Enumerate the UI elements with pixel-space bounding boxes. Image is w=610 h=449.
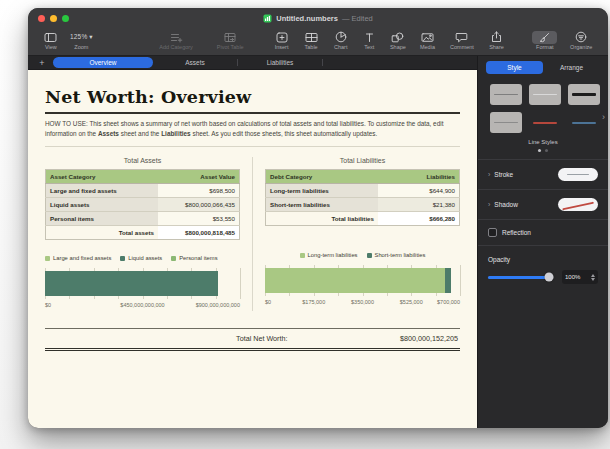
axis-tick-label: $900,000,000,000: [196, 302, 240, 308]
stroke-label: Stroke: [494, 171, 513, 178]
assets-header-category[interactable]: Asset Category: [46, 170, 159, 184]
assets-row-label[interactable]: Large and fixed assets: [46, 184, 159, 198]
assets-header-value[interactable]: Asset Value: [158, 170, 239, 184]
liabilities-table-title: Total Liabilities: [265, 157, 460, 164]
opacity-slider-thumb[interactable]: [544, 273, 553, 282]
insert-icon: [276, 30, 288, 44]
format-inspector: Style Arrange › Line Styles › Stroke: [477, 56, 608, 428]
assets-chart[interactable]: Large and fixed assets Liquid assets Per…: [45, 255, 240, 311]
tab-overview[interactable]: Overview: [53, 57, 153, 68]
net-worth-summary[interactable]: Total Net Worth: $800,000,152,205: [45, 328, 460, 351]
bar-long-term-liabilities[interactable]: [265, 268, 445, 293]
net-worth-label: Total Net Worth:: [236, 334, 287, 343]
legend-label: Long-term liabilities: [308, 252, 358, 258]
opacity-value-field[interactable]: 100%: [562, 270, 598, 284]
line-style-preset[interactable]: [490, 84, 522, 105]
legend-swatch: [120, 256, 125, 261]
sheet-tab-bar: + Overview Assets Liabilities: [28, 56, 477, 70]
disclosure-chevron-icon[interactable]: ›: [488, 201, 490, 208]
opacity-stepper[interactable]: [591, 274, 595, 281]
bar-liquid-assets[interactable]: [45, 271, 218, 296]
text-button[interactable]: Text: [355, 30, 383, 50]
reflection-section: Reflection: [478, 220, 608, 245]
organize-button[interactable]: Organize: [563, 30, 600, 50]
chart-gridline: [240, 268, 241, 299]
assets-row-value[interactable]: $800,000,066,435: [158, 198, 239, 212]
assets-row-value[interactable]: $53,550: [158, 212, 239, 226]
shape-button[interactable]: Shape: [383, 30, 413, 50]
liabilities-total-value[interactable]: $666,280: [378, 212, 459, 226]
table-footer-row: Total liabilities $666,280: [266, 212, 460, 226]
assets-total-value[interactable]: $800,000,818,485: [158, 226, 239, 240]
assets-row-value[interactable]: $698,500: [158, 184, 239, 198]
line-style-preset[interactable]: [568, 84, 600, 105]
opacity-label: Opacity: [488, 256, 598, 263]
tab-style[interactable]: Style: [486, 61, 543, 74]
line-style-preset[interactable]: [568, 112, 600, 133]
line-style-preset[interactable]: [529, 84, 561, 105]
line-style-preset[interactable]: [529, 112, 561, 133]
sidebar-view-icon: [44, 30, 57, 44]
minimize-button[interactable]: [50, 15, 57, 22]
share-button[interactable]: Share: [482, 30, 512, 50]
tab-liabilities[interactable]: Liabilities: [238, 59, 322, 66]
media-button[interactable]: Media: [413, 30, 443, 50]
assets-chart-axis: $0 $450,000,000,000 $900,000,000,000: [45, 302, 240, 311]
table-button[interactable]: Table: [296, 30, 326, 50]
chart-gridline: [460, 265, 461, 296]
comment-button[interactable]: Comment: [442, 30, 481, 50]
zoom-value[interactable]: 125% ▾: [70, 30, 93, 44]
liabilities-header-value[interactable]: Liabilities: [378, 170, 459, 184]
presets-next-chevron-icon[interactable]: ›: [602, 112, 605, 122]
line-style-preset[interactable]: [490, 112, 522, 133]
liabilities-header-category[interactable]: Debt Category: [266, 170, 379, 184]
legend-label: Short-term liabilities: [375, 252, 426, 258]
close-button[interactable]: [38, 15, 45, 22]
assets-row-label[interactable]: Personal items: [46, 212, 159, 226]
disclosure-chevron-icon[interactable]: ›: [488, 171, 490, 178]
add-category-icon: [170, 30, 183, 44]
text-icon: [364, 30, 375, 44]
fullscreen-button[interactable]: [62, 15, 69, 22]
axis-tick-label: $525,000: [400, 299, 423, 305]
tab-arrange[interactable]: Arrange: [543, 61, 600, 74]
stroke-style-button[interactable]: [558, 168, 598, 181]
chart-button[interactable]: Chart: [326, 30, 356, 50]
page-title: Net Worth: Overview: [45, 87, 460, 107]
axis-tick-label: $450,000,000,000: [120, 302, 164, 308]
edited-status: — Edited: [342, 14, 373, 23]
opacity-slider[interactable]: [488, 276, 554, 279]
view-button[interactable]: View: [38, 30, 64, 50]
liabilities-row-label[interactable]: Long-term liabilities: [266, 184, 379, 198]
legend-label: Large and fixed assets: [53, 255, 111, 261]
sheet-canvas[interactable]: Net Worth: Overview HOW TO USE: This she…: [28, 70, 477, 428]
shadow-section: › Shadow: [478, 190, 608, 219]
zoom-control[interactable]: 125% ▾ Zoom: [64, 30, 100, 50]
assets-table: Asset Category Asset Value Large and fix…: [45, 169, 240, 240]
numbers-doc-icon: [263, 14, 272, 23]
reflection-checkbox[interactable]: [488, 228, 497, 237]
presets-page-dots[interactable]: [478, 149, 608, 152]
add-sheet-button[interactable]: +: [35, 58, 49, 68]
chart-pie-icon: [335, 30, 347, 44]
axis-tick-label: $175,000: [302, 299, 325, 305]
assets-row-label[interactable]: Liquid assets: [46, 198, 159, 212]
tab-assets[interactable]: Assets: [153, 59, 237, 66]
liabilities-total-label[interactable]: Total liabilities: [266, 212, 379, 226]
legend-swatch: [45, 256, 50, 261]
assets-total-label[interactable]: Total assets: [46, 226, 159, 240]
assets-chart-legend: Large and fixed assets Liquid assets Per…: [45, 255, 240, 261]
axis-tick-label: $350,000: [351, 299, 374, 305]
shadow-style-button[interactable]: [558, 198, 598, 211]
format-button[interactable]: Format: [527, 30, 563, 50]
stroke-section: › Stroke: [478, 160, 608, 189]
insert-button[interactable]: Insert: [267, 30, 297, 50]
liabilities-row-label[interactable]: Short-term liabilities: [266, 198, 379, 212]
toolbar: View 125% ▾ Zoom Add Category Pivot Tabl…: [28, 29, 608, 56]
liabilities-row-value[interactable]: $644,900: [378, 184, 459, 198]
bar-short-term-liabilities[interactable]: [445, 268, 451, 293]
liabilities-row-value[interactable]: $21,380: [378, 198, 459, 212]
liabilities-chart[interactable]: Long-term liabilities Short-term liabili…: [265, 252, 460, 308]
heading-rule: [45, 112, 460, 114]
window-title: Untitled.numbers: [276, 14, 338, 23]
